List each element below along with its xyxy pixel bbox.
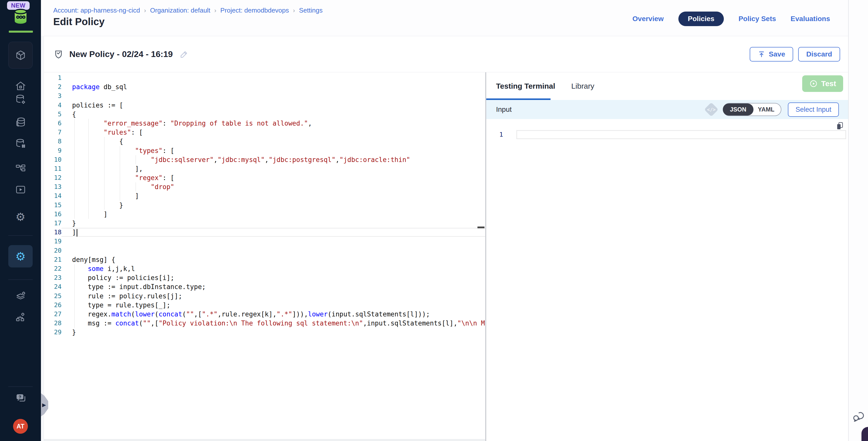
help-bubble-icon: ? xyxy=(14,392,27,404)
toggle-json[interactable]: JSON xyxy=(723,103,753,116)
home-icon xyxy=(15,80,26,92)
code-line-1[interactable]: 1 xyxy=(44,73,485,83)
harness-db-devops-logo[interactable] xyxy=(0,7,41,25)
code-line-9[interactable]: 9 "types": [ xyxy=(44,146,485,155)
input-current-line-box[interactable] xyxy=(516,130,846,139)
sidebar-item-executions[interactable] xyxy=(0,184,41,195)
database-infinity-icon xyxy=(12,7,29,25)
code-line-14[interactable]: 14 ] xyxy=(44,191,485,200)
breadcrumb: Account: app-harness-ng-cicd›Organizatio… xyxy=(53,6,322,14)
right-rail xyxy=(848,0,868,441)
code-line-11[interactable]: 11 ], xyxy=(44,164,485,173)
sidebar-item-project-settings-active[interactable]: ⚙ xyxy=(8,245,33,267)
edit-pencil-icon[interactable] xyxy=(179,50,189,59)
code-line-20[interactable]: 20 xyxy=(44,246,485,255)
breadcrumb-item[interactable]: Project: demodbdevops xyxy=(220,6,289,14)
sidebar-item-org-settings[interactable] xyxy=(0,311,41,323)
code-line-13[interactable]: 13 "drop" xyxy=(44,182,485,191)
top-nav: OverviewPoliciesPolicy SetsEvaluations xyxy=(632,11,830,26)
select-input-button[interactable]: Select Input xyxy=(788,102,839,117)
hierarchy-gear-icon xyxy=(15,311,26,323)
policy-shield-check-icon xyxy=(53,49,64,60)
line-number: 12 xyxy=(44,173,62,182)
top-nav-evaluations[interactable]: Evaluations xyxy=(790,15,830,23)
code-line-19[interactable]: 19 xyxy=(44,237,485,246)
code-line-27[interactable]: 27 regex.match(lower(concat("",[".*",rul… xyxy=(44,310,485,319)
breadcrumb-separator: › xyxy=(144,7,146,14)
discard-button[interactable]: Discard xyxy=(798,47,840,62)
code-line-6[interactable]: 6 "error_message": "Dropping of table is… xyxy=(44,119,485,128)
copy-icon[interactable] xyxy=(836,121,844,131)
chevron-right-icon: ▶ xyxy=(42,402,46,408)
save-label: Save xyxy=(769,50,785,58)
user-avatar[interactable]: AT xyxy=(13,419,28,434)
sidebar-item-db-schemas[interactable] xyxy=(0,116,41,128)
line-content: ] xyxy=(62,191,485,200)
chat-support-button[interactable] xyxy=(852,410,865,423)
line-content: ] xyxy=(62,210,485,219)
line-number: 20 xyxy=(44,246,62,255)
tab-testing-terminal[interactable]: Testing Terminal xyxy=(496,82,555,90)
editor-horizontal-scrollbar[interactable] xyxy=(44,439,485,441)
code-line-10[interactable]: 10 "jdbc:sqlserver","jdbc:mysql","jdbc:p… xyxy=(44,155,485,164)
breadcrumb-item[interactable]: Organization: default xyxy=(150,6,210,14)
top-nav-policy-sets[interactable]: Policy Sets xyxy=(738,15,776,23)
sidebar-item-db-settings[interactable] xyxy=(0,94,41,105)
sidebar-item-pipelines[interactable] xyxy=(0,163,41,174)
discard-label: Discard xyxy=(806,50,832,58)
line-content: } xyxy=(62,328,485,337)
code-line-5[interactable]: 5{ xyxy=(44,110,485,119)
code-line-29[interactable]: 29} xyxy=(44,328,485,337)
code-line-21[interactable]: 21deny[msg] { xyxy=(44,255,485,264)
tab-library[interactable]: Library xyxy=(571,82,594,90)
code-line-22[interactable]: 22 some i,j,k,l xyxy=(44,264,485,273)
code-line-7[interactable]: 7 "rules": [ xyxy=(44,128,485,137)
upload-arrow-icon xyxy=(758,51,765,58)
module-selector[interactable] xyxy=(8,42,33,69)
code-line-8[interactable]: 8 { xyxy=(44,137,485,146)
sidebar-item-db-instances[interactable] xyxy=(0,138,41,150)
code-line-16[interactable]: 16 ] xyxy=(44,210,485,219)
page-title: Edit Policy xyxy=(53,16,105,27)
policy-code-editor[interactable]: 12package db_sql34policies := [5{6 "erro… xyxy=(44,72,485,441)
database-gear-icon xyxy=(15,94,26,105)
code-line-4[interactable]: 4policies := [ xyxy=(44,101,485,110)
chat-widget-corner[interactable] xyxy=(862,427,868,441)
top-nav-overview[interactable]: Overview xyxy=(632,15,664,23)
help-chat-button[interactable]: ? xyxy=(0,392,41,404)
line-content: ], xyxy=(62,164,485,173)
code-line-28[interactable]: 28 msg := concat("",["Policy violation:\… xyxy=(44,319,485,328)
line-content: { xyxy=(62,110,485,119)
line-number: 5 xyxy=(44,110,62,119)
test-input-editor[interactable]: 1 xyxy=(486,119,848,441)
save-button[interactable]: Save xyxy=(750,47,793,62)
line-content: rule := policy.rules[j]; xyxy=(62,291,485,301)
line-number: 27 xyxy=(44,310,62,319)
code-line-3[interactable]: 3 xyxy=(44,91,485,100)
code-line-17[interactable]: 17} xyxy=(44,219,485,228)
sidebar-item-home[interactable] xyxy=(0,80,41,92)
toggle-yaml[interactable]: YAML xyxy=(753,103,781,116)
breadcrumb-item[interactable]: Settings xyxy=(299,6,323,14)
code-line-2[interactable]: 2package db_sql xyxy=(44,83,485,91)
code-line-15[interactable]: 15 } xyxy=(44,201,485,210)
breadcrumb-item[interactable]: Account: app-harness-ng-cicd xyxy=(53,6,140,14)
sidebar-item-settings[interactable]: ⚙ xyxy=(0,212,41,222)
chat-bubbles-icon xyxy=(852,410,865,423)
code-line-24[interactable]: 24 type := input.dbInstance.type; xyxy=(44,282,485,291)
test-button[interactable]: Test xyxy=(802,75,843,92)
line-number: 7 xyxy=(44,128,62,137)
code-line-18[interactable]: 18] xyxy=(44,228,485,237)
text-cursor xyxy=(76,229,78,237)
code-line-25[interactable]: 25 rule := policy.rules[j]; xyxy=(44,291,485,301)
input-editor-line[interactable]: 1 xyxy=(486,130,848,139)
code-line-23[interactable]: 23 policy := policies[i]; xyxy=(44,273,485,282)
sidebar-item-default-settings[interactable] xyxy=(0,290,41,302)
line-content xyxy=(62,73,485,83)
line-number: 2 xyxy=(44,83,62,91)
code-line-12[interactable]: 12 "regex": [ xyxy=(44,173,485,182)
line-number: 8 xyxy=(44,137,62,146)
code-line-26[interactable]: 26 type = rule.types[_]; xyxy=(44,301,485,310)
top-nav-policies[interactable]: Policies xyxy=(678,11,724,26)
main-content: Account: app-harness-ng-cicd›Organizatio… xyxy=(41,0,848,441)
